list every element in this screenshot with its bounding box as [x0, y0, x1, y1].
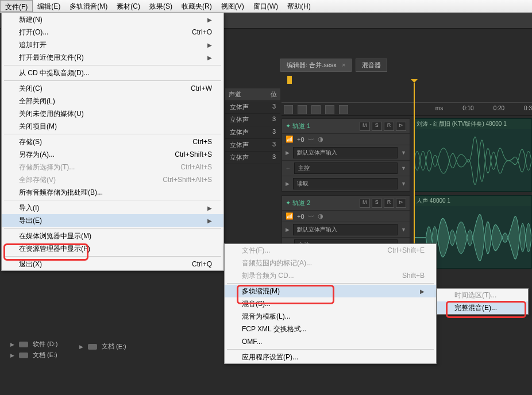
menu-new[interactable]: 新建(N)▶ — [2, 13, 223, 26]
file-label: 软件 (D:) — [33, 340, 57, 348]
channel-bits: 3 — [272, 103, 276, 111]
output-select[interactable]: 主控 — [294, 162, 398, 174]
channel-header-bit: 位 — [271, 90, 277, 99]
channel-stereo: 立体声 — [230, 103, 249, 111]
menu-view[interactable]: 视图(V) — [217, 0, 249, 12]
volume-icon: 📶 — [286, 212, 294, 220]
pan-knob[interactable]: ◑ — [318, 212, 323, 220]
export-fcp-xml[interactable]: FCP XML 交换格式... — [225, 323, 436, 335]
menu-export[interactable]: 导出(E)▶ — [2, 214, 223, 227]
menubar: 文件(F) 编辑(E) 多轨混音(M) 素材(C) 效果(S) 收藏夹(R) 视… — [0, 0, 532, 13]
mixdown-time-selection: 时间选区(T)... — [437, 289, 528, 301]
menu-save-all: 全部存储(V)Ctrl+Shift+Alt+S — [2, 173, 223, 186]
file-tree-item[interactable]: ▶文档 (E:) — [77, 341, 129, 352]
clip-2-label: 人声 48000 1 — [414, 196, 531, 206]
track-icon[interactable] — [325, 105, 334, 114]
mixer-tab[interactable]: 混音器 — [356, 59, 387, 72]
mute-button[interactable]: M — [360, 199, 370, 208]
menu-close-unused[interactable]: 关闭未使用的媒体(U) — [2, 107, 223, 120]
export-file: 文件(F)...Ctrl+Shift+E — [225, 244, 436, 257]
editor-tab-prefix: 编辑器: — [287, 61, 307, 68]
export-omf[interactable]: OMF... — [225, 335, 436, 348]
solo-button[interactable]: S — [372, 122, 382, 131]
menu-clip[interactable]: 素材(C) — [112, 0, 145, 12]
timeline-header: ms 0:10 0:20 0:3 — [282, 102, 532, 116]
menu-append-open[interactable]: 追加打开▶ — [2, 38, 223, 51]
audio-clip-1[interactable]: 刘涛 - 红颜旧 (KTV版伴奏) 48000 1 — [414, 118, 532, 192]
menu-reveal-media[interactable]: 在媒体浏览器中显示(M) — [2, 230, 223, 242]
file-menu-dropdown: 新建(N)▶ 打开(O)...Ctrl+O 追加打开▶ 打开最近使用文件(R)▶… — [1, 13, 224, 271]
file-label: 文档 (E:) — [33, 351, 57, 359]
menu-close[interactable]: 关闭(C)Ctrl+W — [2, 82, 223, 95]
menu-close-all[interactable]: 全部关闭(L) — [2, 95, 223, 107]
volume-icon: 📶 — [286, 135, 294, 143]
send-icon[interactable] — [298, 105, 307, 114]
mixdown-entire[interactable]: 完整混音(E)... — [437, 301, 528, 314]
read-mode[interactable]: 读取 — [293, 178, 398, 189]
mixdown-submenu: 时间选区(T)... 完整混音(E)... — [437, 288, 529, 315]
record-button[interactable]: R — [384, 199, 394, 208]
close-tab-icon[interactable]: × — [342, 61, 345, 68]
menu-favorites[interactable]: 收藏夹(R) — [177, 0, 217, 12]
solo-button[interactable]: S — [372, 199, 382, 208]
editor-panel: 编辑器: 合并.sesx × 混音器 — [280, 59, 532, 72]
menu-help[interactable]: 帮助(H) — [283, 0, 315, 12]
menu-save-as[interactable]: 另存为(A)...Ctrl+Shift+S — [2, 148, 223, 161]
track-1: ✦ 轨道 1 M S R ⊳ 📶 +0 〰 ◑ ▶默认立体声输入▼ ←主控▼ ▶… — [282, 118, 410, 192]
menu-reveal-explorer[interactable]: 在资源管理器中显示(P) — [2, 242, 223, 255]
export-mix[interactable]: 混音(S)... — [225, 297, 436, 310]
disk-icon — [19, 342, 28, 347]
disk-icon — [88, 344, 97, 350]
export-markers: 音频范围内的标记(A)... — [225, 257, 436, 269]
file-label: 文档 (E:) — [102, 342, 126, 351]
fx-icon[interactable] — [284, 105, 293, 114]
clip-1-label: 刘涛 - 红颜旧 (KTV版伴奏) 48000 1 — [414, 119, 531, 129]
menu-import[interactable]: 导入(I)▶ — [2, 202, 223, 214]
pan-icon: 〰 — [308, 136, 314, 143]
time-mark: 0:20 — [494, 105, 504, 111]
eq-icon[interactable] — [311, 105, 321, 114]
menu-file[interactable]: 文件(F) — [0, 0, 33, 12]
menu-save-selection: 存储所选择为(T)...Ctrl+Alt+S — [2, 161, 223, 173]
menu-exit[interactable]: 退出(X)Ctrl+Q — [2, 258, 223, 270]
headphone-icon[interactable] — [339, 105, 348, 114]
editor-tab-filename: 合并.sesx — [309, 61, 337, 68]
track-2-name: 轨道 2 — [292, 199, 310, 206]
pan-icon: 〰 — [308, 213, 314, 220]
disk-icon — [19, 353, 28, 358]
volume-value[interactable]: +0 — [297, 213, 304, 220]
menu-open[interactable]: 打开(O)...Ctrl+O — [2, 26, 223, 38]
files-panel: ▶软件 (D:) ▶文档 (E:) ▶文档 (E:) — [8, 339, 129, 352]
timeline-marker[interactable] — [287, 76, 292, 84]
volume-value[interactable]: +0 — [297, 136, 304, 143]
mute-button[interactable]: M — [360, 122, 370, 131]
menu-window[interactable]: 窗口(W) — [249, 0, 283, 12]
menu-recent[interactable]: 打开最近使用文件(R)▶ — [2, 51, 223, 64]
export-app-settings[interactable]: 应用程序设置(P)... — [225, 351, 436, 363]
record-button[interactable]: R — [384, 122, 394, 131]
pan-knob[interactable]: ◑ — [318, 135, 323, 143]
menu-edit[interactable]: 编辑(E) — [33, 0, 65, 12]
input-select[interactable]: 默认立体声输入 — [293, 147, 398, 158]
monitor-button[interactable]: ⊳ — [396, 122, 406, 131]
menu-save[interactable]: 存储(S)Ctrl+S — [2, 135, 223, 148]
editor-tab[interactable]: 编辑器: 合并.sesx × — [280, 59, 352, 72]
menu-close-project[interactable]: 关闭项目(M) — [2, 120, 223, 133]
time-mark: 0:3 — [524, 105, 532, 111]
time-mark: 0:10 — [462, 105, 473, 111]
menu-multitrack[interactable]: 多轨混音(M) — [65, 0, 112, 12]
track-1-name: 轨道 1 — [292, 122, 310, 129]
export-burn-cd: 刻录音频为 CD...Shift+B — [225, 269, 436, 282]
time-mark: ms — [435, 105, 443, 111]
menu-batch[interactable]: 所有音频存储为批处理(B)... — [2, 186, 223, 199]
menu-extract-cd[interactable]: 从 CD 中提取音频(D)... — [2, 67, 223, 79]
chevron-icon[interactable]: ▶ — [286, 150, 290, 156]
channel-header-ch: 声道 — [229, 90, 241, 99]
export-multitrack-mixdown[interactable]: 多轨缩混(M)▶ — [225, 285, 436, 297]
export-mix-template[interactable]: 混音为模板(L)... — [225, 310, 436, 323]
monitor-button[interactable]: ⊳ — [396, 199, 406, 208]
menu-effects[interactable]: 效果(S) — [145, 0, 177, 12]
input-select[interactable]: 默认立体声输入 — [293, 224, 398, 235]
channel-panel: 声道 位 立体声3 立体声3 立体声3 立体声3 立体声3 — [225, 88, 280, 164]
export-submenu: 文件(F)...Ctrl+Shift+E 音频范围内的标记(A)... 刻录音频… — [224, 243, 437, 364]
